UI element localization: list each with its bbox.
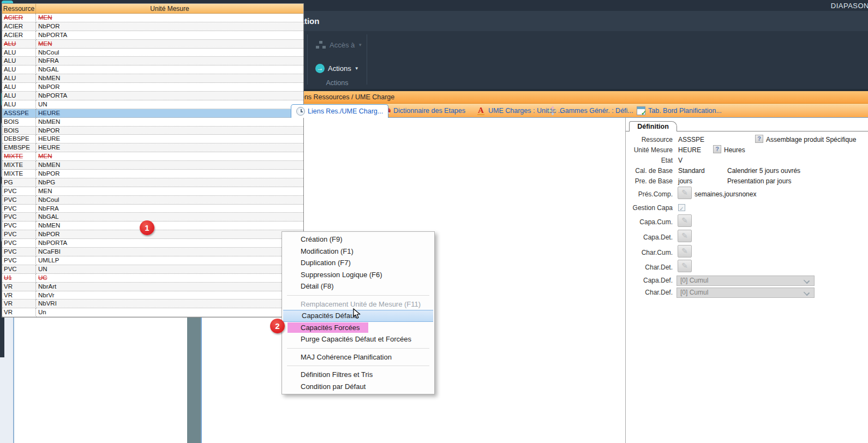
table-row[interactable]: MIXTE NbPOR [2,170,303,178]
context-menu-item[interactable]: Définition Filtres et Tris [282,369,434,381]
document-tab-bar: Gestion Commerciale ... Liens Res./UME C… [201,104,868,118]
field-value: Standard [678,167,705,175]
context-menu-item[interactable]: Modification (F1) [282,246,434,258]
table-row[interactable]: ALU NbPORTA [2,92,303,100]
table-row[interactable]: PVC NbGAL [2,213,303,222]
document-tab-label: Tab. Bord Planification... [648,107,722,115]
cell-unite-mesure: NbPORTA [36,239,303,248]
context-menu-item[interactable] [287,295,429,296]
table-row[interactable]: PVC NbPORTA [2,239,303,248]
context-menu-item[interactable]: Condition par Défaut [282,381,434,393]
table-row[interactable]: PVC UMLLP [2,256,303,265]
context-menu-item[interactable] [287,366,429,366]
table-row[interactable]: VR NbVRI [2,300,303,308]
table-row[interactable]: ALU MEN [2,40,303,49]
context-menu-item-label: Duplication (F7) [282,259,351,267]
table-row[interactable]: ACIER NbPOR [2,22,303,31]
table-row[interactable]: VR NbrVr [2,291,303,300]
table-row[interactable]: ACIER MEN [2,14,303,22]
capa-def-dropdown[interactable]: [0] Cumul [677,276,815,286]
cell-unite-mesure: UC [36,274,303,283]
context-menu-item-label: Condition par Défaut [282,382,366,391]
char-def-dropdown[interactable]: [0] Cumul [677,288,815,298]
table-row[interactable]: PVC MEN [2,187,303,196]
mouse-cursor-icon [352,308,362,321]
field-label: Ressource [626,136,673,143]
table-row[interactable]: BOIS NbMEN [2,118,303,127]
cell-ressource: PVC [2,256,36,265]
table-row[interactable]: VR NbrArt [2,283,303,291]
context-menu-item[interactable]: Création (F9) [282,234,434,246]
app-title: DIAPASON [831,2,868,10]
table-row[interactable]: PVC NbCoul [2,196,303,205]
field-label: Pre. de Base [626,177,673,185]
context-menu-item[interactable] [287,348,429,349]
table-row[interactable]: PVC UN [2,265,303,274]
field-capa-cum: Capa.Cum. [626,217,868,225]
cell-unite-mesure: Un [36,308,303,317]
context-menu-item[interactable]: Suppression Logique (F6) [282,269,434,281]
checkbox-checked-icon[interactable] [678,204,685,211]
table-row[interactable]: ALU NbCoul [2,49,303,57]
cell-unite-mesure: NbVRI [36,300,303,308]
table-row[interactable]: MIXTE NbMEN [2,161,303,170]
field-capa-det: Capa.Det. [626,232,868,241]
context-menu-item[interactable]: Duplication (F7) [282,257,434,269]
table-row[interactable]: MIXTE MEN [2,152,303,161]
table-row[interactable]: BOIS NbPOR [2,127,303,135]
cell-ressource: ASSSPE [2,109,36,118]
cell-ressource: BOIS [2,127,36,135]
cell-ressource: ACIER [2,22,36,31]
table-row[interactable]: VR Un [2,308,303,317]
column-header-ressource[interactable]: Ressource [2,4,36,13]
actions-button[interactable]: Actions ▼ [315,64,359,73]
document-tab[interactable]: Tab. Bord Planification... [637,104,722,118]
definition-tab[interactable]: Définition [629,121,677,131]
cell-unite-mesure: UN [36,100,303,109]
document-tab[interactable]: Liens Res./UME Charg... [291,104,388,118]
context-menu-item[interactable]: Détail (F8) [282,280,434,292]
table-row[interactable]: ALU NbMEN [2,74,303,83]
table-row[interactable]: ALU NbFRA [2,57,303,65]
table-row[interactable]: DEBSPE HEURE [2,135,303,143]
table-row[interactable]: ALU UN [2,100,303,109]
cell-ressource: BOIS [2,118,36,127]
document-tab[interactable]: Gammes Génér. : Défi... [548,104,633,118]
cell-unite-mesure: MEN [36,14,303,22]
column-header-unite-mesure[interactable]: Unité Mesure [36,4,303,13]
context-menu-item[interactable]: Capacités Forcées [282,322,434,334]
document-tab-icon [477,106,486,115]
table-row[interactable]: ASSSPE HEURE [2,109,303,118]
hand-edit-button[interactable] [678,187,692,199]
table-row[interactable]: ALU NbGAL [2,65,303,74]
annotation-step-2-badge: 2 [270,319,285,333]
hand-edit-button[interactable] [678,230,692,242]
table-row[interactable]: ALU NbPOR [2,83,303,92]
field-capa-def: Capa.Def. [0] Cumul [626,277,868,285]
hand-edit-button[interactable] [678,245,692,258]
table-row[interactable]: EMBSPE HEURE [2,143,303,152]
context-menu-item[interactable]: MAJ Cohérence Planification [282,351,434,363]
help-button[interactable]: ? [755,135,763,143]
document-tab-label: Gammes Génér. : Défi... [560,107,633,115]
diapason-window: DIAPASON Bureau Application Raccourcis A… [0,0,868,443]
hand-edit-button[interactable] [678,260,692,272]
cell-unite-mesure: NbPG [36,178,303,187]
table-row[interactable]: PG NbPG [2,178,303,187]
field-label: Cal. de Base [626,167,673,175]
chevron-down-icon[interactable]: ▼ [355,66,359,71]
field-description: Presentation par jours [727,177,791,185]
hand-edit-button[interactable] [678,214,692,227]
cell-unite-mesure: HEURE [36,135,303,143]
cell-unite-mesure: NbrVr [36,291,303,300]
document-tab[interactable]: Dictionnaire des Etapes [382,104,465,118]
context-menu-item[interactable]: Purge Capacités Défaut et Forcées [282,333,434,345]
table-row[interactable]: PVC NCaFBI [2,248,303,256]
table-row[interactable]: ACIER NbPORTA [2,31,303,40]
cell-ressource: VR [2,308,36,317]
table-row[interactable]: U1 UC [2,274,303,283]
field-description: Heures [724,146,745,154]
table-row[interactable]: PVC NbFRA [2,205,303,213]
help-button[interactable]: ? [713,145,721,153]
group-label-actions: Actions [307,79,367,87]
